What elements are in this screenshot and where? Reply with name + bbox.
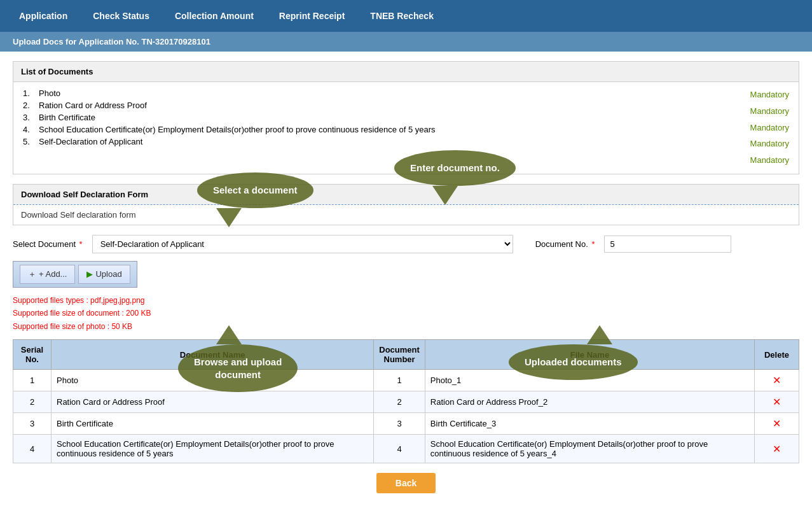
- doc-list-body: 1.Photo2.Ration Card or Address Proof3.B…: [13, 82, 799, 174]
- cell-delete: ✕: [755, 435, 799, 463]
- col-delete: Delete: [755, 340, 799, 370]
- doc-item-num: 4.: [23, 125, 39, 134]
- plus-icon: ＋: [28, 269, 36, 280]
- subheader: Upload Docs for Application No. TN-32017…: [0, 32, 812, 52]
- mandatory-col: MandatoryMandatoryMandatoryMandatoryMand…: [750, 87, 789, 169]
- cell-delete: ✕: [755, 413, 799, 435]
- download-link[interactable]: Download Self declaration form: [21, 210, 136, 220]
- doc-item-num: 5.: [23, 137, 39, 146]
- cell-serial: 4: [13, 435, 52, 463]
- delete-icon[interactable]: ✕: [760, 443, 794, 455]
- col-serial: Serial No.: [13, 340, 52, 370]
- doc-item-num: 2.: [23, 101, 39, 110]
- cell-serial: 3: [13, 413, 52, 435]
- doc-item-name: Birth Certificate: [39, 113, 750, 122]
- cell-delete: ✕: [755, 370, 799, 391]
- cell-serial: 1: [13, 370, 52, 391]
- cell-doc-number: 2: [374, 391, 425, 413]
- cell-file-name: Birth Certificate_3: [425, 413, 754, 435]
- download-box: Download Self Declaration Form Download …: [13, 184, 799, 225]
- nav-item-application[interactable]: Application: [6, 0, 80, 32]
- doc-no-label: Document No. *: [535, 239, 595, 249]
- doc-list-item-3: 3.Birth Certificate: [23, 111, 750, 123]
- delete-icon[interactable]: ✕: [760, 396, 794, 408]
- add-button[interactable]: ＋ + Add...: [20, 265, 75, 284]
- cell-doc-name: Photo: [52, 370, 374, 391]
- navbar: Application Check Status Collection Amou…: [0, 0, 812, 32]
- doc-item-name: Photo: [39, 88, 750, 98]
- supported-text: Supported files types : pdf,jpeg,jpg,png…: [13, 294, 799, 333]
- mandatory-text-5: Mandatory: [750, 154, 789, 167]
- cell-doc-number: 4: [374, 435, 425, 463]
- upload-container: ＋ + Add... ▶ Upload: [13, 261, 137, 288]
- back-btn-row: Back: [13, 473, 799, 493]
- doc-list-item-4: 4.School Education Certificate(or) Emplo…: [23, 123, 750, 136]
- nav-item-check-status[interactable]: Check Status: [80, 0, 162, 32]
- mandatory-text-1: Mandatory: [750, 88, 789, 102]
- supported-types-text: Supported files types : pdf,jpeg,jpg,png: [13, 294, 799, 307]
- cell-doc-number: 3: [374, 413, 425, 435]
- upload-button[interactable]: ▶ Upload: [78, 265, 130, 284]
- upload-label: Upload: [95, 269, 121, 279]
- table-row: 2 Ration Card or Address Proof 2 Ration …: [13, 391, 799, 413]
- form-row: Select Document * PhotoRation Card or Ad…: [13, 235, 799, 253]
- doc-list-item-5: 5.Self-Declaration of Applicant: [23, 136, 750, 148]
- table-row: 1 Photo 1 Photo_1 ✕: [13, 370, 799, 391]
- doc-list-box: List of Documents 1.Photo2.Ration Card o…: [13, 61, 799, 174]
- cell-serial: 2: [13, 391, 52, 413]
- documents-table: Serial No. Document Name DocumentNumber …: [13, 339, 799, 463]
- cell-doc-name: School Education Certificate(or) Employm…: [52, 435, 374, 463]
- doc-item-name: Ration Card or Address Proof: [39, 101, 750, 110]
- table-row: 4 School Education Certificate(or) Emplo…: [13, 435, 799, 463]
- main-content: List of Documents 1.Photo2.Ration Card o…: [0, 52, 812, 506]
- doc-item-num: 1.: [23, 88, 39, 98]
- upload-play-icon: ▶: [86, 269, 93, 279]
- cell-file-name: Photo_1: [425, 370, 754, 391]
- col-doc-name: Document Name: [52, 340, 374, 370]
- nav-item-tneb-recheck[interactable]: TNEB Recheck: [357, 0, 446, 32]
- download-body: Download Self declaration form: [13, 205, 799, 225]
- doc-item-name: Self-Declaration of Applicant: [39, 137, 750, 146]
- doc-list-item-2: 2.Ration Card or Address Proof: [23, 99, 750, 111]
- supported-size-doc-text: Supported file size of document : 200 KB: [13, 307, 799, 320]
- required-star-docno: *: [589, 239, 595, 249]
- cell-doc-name: Birth Certificate: [52, 413, 374, 435]
- doc-no-input[interactable]: [604, 235, 731, 253]
- select-doc-label: Select Document *: [13, 239, 83, 249]
- nav-item-collection-amount[interactable]: Collection Amount: [162, 0, 266, 32]
- download-header: Download Self Declaration Form: [13, 185, 799, 205]
- required-star-select: *: [77, 239, 83, 249]
- col-doc-number: DocumentNumber: [374, 340, 425, 370]
- delete-icon[interactable]: ✕: [760, 418, 794, 430]
- mandatory-text-4: Mandatory: [750, 137, 789, 151]
- doc-list-header: List of Documents: [13, 62, 799, 82]
- cell-doc-number: 1: [374, 370, 425, 391]
- app-wrapper: Application Check Status Collection Amou…: [0, 0, 812, 506]
- nav-item-reprint-receipt[interactable]: Reprint Receipt: [266, 0, 357, 32]
- doc-items: 1.Photo2.Ration Card or Address Proof3.B…: [23, 87, 750, 169]
- delete-icon[interactable]: ✕: [760, 374, 794, 386]
- select-document-dropdown[interactable]: PhotoRation Card or Address ProofBirth C…: [92, 235, 513, 253]
- doc-list-item-1: 1.Photo: [23, 87, 750, 99]
- cell-file-name: School Education Certificate(or) Employm…: [425, 435, 754, 463]
- mandatory-text-2: Mandatory: [750, 105, 789, 118]
- col-file-name: File Name: [425, 340, 754, 370]
- doc-item-num: 3.: [23, 113, 39, 122]
- back-button[interactable]: Back: [376, 473, 436, 493]
- mandatory-text-3: Mandatory: [750, 122, 789, 135]
- doc-item-name: School Education Certificate(or) Employm…: [39, 125, 750, 134]
- cell-file-name: Ration Card or Address Proof_2: [425, 391, 754, 413]
- table-row: 3 Birth Certificate 3 Birth Certificate_…: [13, 413, 799, 435]
- upload-row: ＋ + Add... ▶ Upload: [13, 261, 799, 288]
- supported-size-photo-text: Supported file size of photo : 50 KB: [13, 320, 799, 333]
- add-label: + Add...: [39, 269, 67, 279]
- cell-delete: ✕: [755, 391, 799, 413]
- cell-doc-name: Ration Card or Address Proof: [52, 391, 374, 413]
